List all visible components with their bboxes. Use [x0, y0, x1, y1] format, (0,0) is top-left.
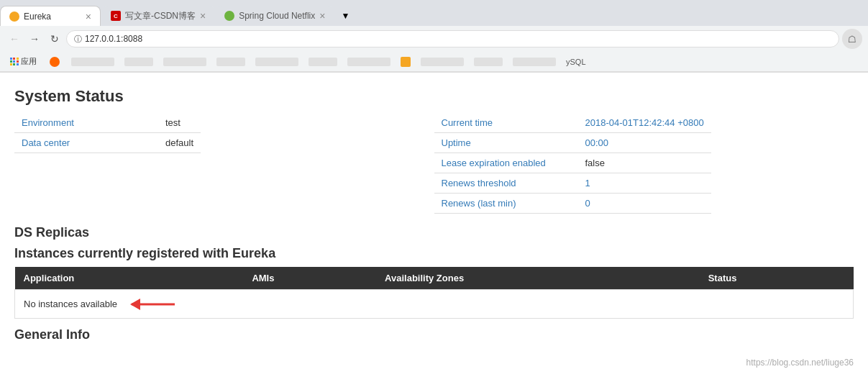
- tab-spring-close[interactable]: ×: [319, 11, 325, 21]
- bookmark-blurred-6: [309, 58, 337, 66]
- left-table-label: Environment: [14, 113, 158, 133]
- address-bar-row: ← → ↻ ⓘ 127.0.0.1:8088 ☖: [0, 26, 868, 52]
- no-instances-content: No instances available: [24, 294, 844, 314]
- bookmark-blurred-4: [216, 58, 245, 66]
- tab-eureka[interactable]: Eureka ×: [0, 6, 101, 26]
- tab-spring-label: Spring Cloud Netflix: [239, 11, 315, 21]
- red-arrow-icon: [132, 296, 189, 313]
- lock-icon: ⓘ: [74, 34, 82, 45]
- eureka-favicon: [9, 12, 19, 22]
- tab-bar: Eureka × C 写文章-CSDN博客 × Spring Cloud Net…: [0, 0, 868, 26]
- no-instances-row: No instances available: [15, 290, 854, 319]
- browser-chrome: Eureka × C 写文章-CSDN博客 × Spring Cloud Net…: [0, 0, 868, 73]
- th-status: Status: [700, 267, 854, 290]
- th-amis: AMIs: [243, 267, 376, 290]
- tab-csdn[interactable]: C 写文章-CSDN博客 ×: [102, 6, 214, 26]
- left-status-table-wrap: EnvironmenttestData centerdefault: [14, 113, 434, 214]
- left-table-value: test: [158, 113, 201, 133]
- arrow-container: [117, 296, 189, 313]
- ds-replicas-title: DS Replicas: [14, 225, 854, 240]
- spring-favicon: [224, 11, 234, 21]
- left-status-table: EnvironmenttestData centerdefault: [14, 113, 201, 153]
- right-table-value: 0: [578, 194, 711, 214]
- refresh-button[interactable]: ↻: [46, 30, 63, 47]
- general-info-title: General Info: [14, 327, 854, 342]
- instances-table-body: No instances available: [15, 290, 854, 319]
- bookmark-blurred-5: [255, 58, 298, 66]
- right-table-label: Lease expiration enabled: [434, 153, 578, 173]
- bookmark-yellow: [401, 57, 411, 67]
- left-table-value: default: [158, 133, 201, 153]
- right-table-row: Current time2018-04-01T12:42:44 +0800: [434, 113, 711, 133]
- tab-eureka-label: Eureka: [24, 12, 81, 22]
- left-table-row: Data centerdefault: [14, 133, 201, 153]
- bookmark-ysql: ySQL: [566, 58, 586, 66]
- chevron-down-icon: ▼: [341, 11, 350, 21]
- left-table-row: Environmenttest: [14, 113, 201, 133]
- tab-csdn-close[interactable]: ×: [200, 11, 206, 21]
- instances-header-row: Application AMIs Availability Zones Stat…: [15, 267, 854, 290]
- back-button[interactable]: ←: [6, 30, 23, 47]
- profile-icon: ☖: [848, 34, 856, 45]
- right-table-row: Renews (last min)0: [434, 194, 711, 214]
- right-table-value: 2018-04-01T12:42:44 +0800: [578, 113, 711, 133]
- right-table-value: 00:00: [578, 133, 711, 153]
- tab-spring[interactable]: Spring Cloud Netflix ×: [216, 6, 334, 26]
- right-status-table: Current time2018-04-01T12:42:44 +0800Upt…: [434, 113, 711, 214]
- apps-icon: [10, 58, 19, 66]
- bookmarks-bar: 应用 ySQL: [0, 52, 868, 72]
- page-content: System Status EnvironmenttestData center…: [0, 73, 868, 342]
- bookmark-blurred-8: [421, 58, 464, 66]
- bookmark-blurred-3: [163, 58, 206, 66]
- th-application: Application: [15, 267, 244, 290]
- right-table-row: Lease expiration enabledfalse: [434, 153, 711, 173]
- bookmark-blurred-10: [513, 58, 556, 66]
- tab-csdn-label: 写文章-CSDN博客: [125, 10, 196, 22]
- right-table-label: Uptime: [434, 133, 578, 153]
- bookmark-blurred-7: [347, 58, 390, 66]
- right-status-table-wrap: Current time2018-04-01T12:42:44 +0800Upt…: [434, 113, 854, 214]
- bookmark-blurred-9: [474, 58, 503, 66]
- system-status-title: System Status: [14, 87, 854, 106]
- right-table-label: Renews threshold: [434, 173, 578, 194]
- no-instances-cell: No instances available: [15, 290, 854, 319]
- wolf-icon: [50, 57, 60, 67]
- instances-table-header: Application AMIs Availability Zones Stat…: [15, 267, 854, 290]
- forward-button[interactable]: →: [26, 30, 43, 47]
- th-availability-zones: Availability Zones: [376, 267, 700, 290]
- csdn-favicon: C: [111, 11, 121, 21]
- right-table-row: Uptime00:00: [434, 133, 711, 153]
- instances-table: Application AMIs Availability Zones Stat…: [14, 267, 854, 319]
- right-table-value: false: [578, 153, 711, 173]
- right-table-label: Renews (last min): [434, 194, 578, 214]
- right-table-label: Current time: [434, 113, 578, 133]
- bookmark-blurred-2: [124, 58, 153, 66]
- address-bar[interactable]: ⓘ 127.0.0.1:8088: [66, 30, 839, 47]
- address-url: 127.0.0.1:8088: [85, 34, 142, 44]
- bookmark-wolf[interactable]: [45, 55, 64, 68]
- bookmark-apps[interactable]: 应用: [6, 55, 41, 68]
- tab-eureka-close[interactable]: ×: [86, 12, 91, 22]
- tab-overflow[interactable]: ▼: [335, 6, 355, 26]
- bookmark-apps-label: 应用: [21, 56, 37, 67]
- profile-button[interactable]: ☖: [842, 29, 862, 49]
- no-instances-text: No instances available: [24, 294, 117, 314]
- instances-title: Instances currently registered with Eure…: [14, 246, 854, 261]
- left-table-label: Data center: [14, 133, 158, 153]
- right-table-value: 1: [578, 173, 711, 194]
- bookmark-blurred-1: [71, 58, 114, 66]
- status-tables: EnvironmenttestData centerdefault Curren…: [14, 113, 854, 214]
- right-table-row: Renews threshold1: [434, 173, 711, 194]
